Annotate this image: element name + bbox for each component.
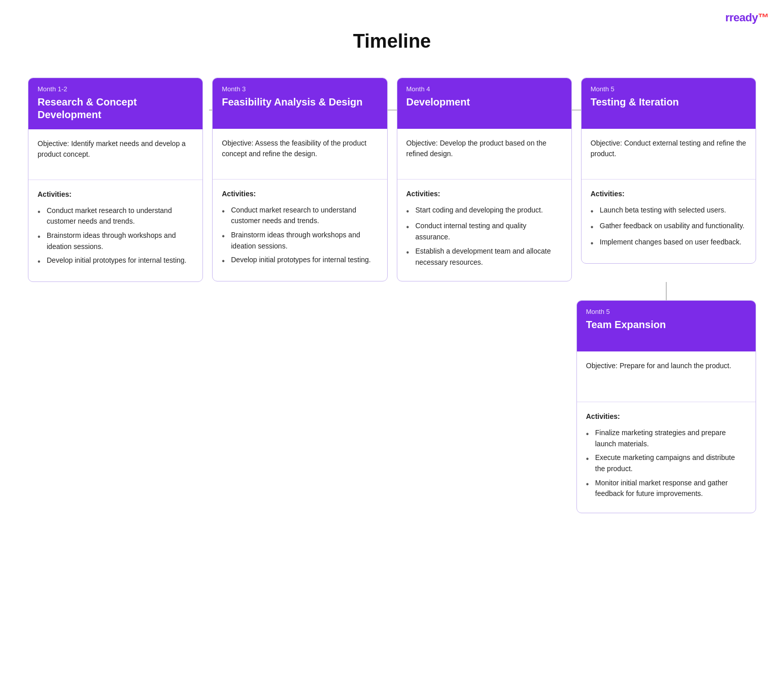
card-header-col1: Month 1-2Research & Concept Development bbox=[28, 78, 202, 129]
activities-title: Activities: bbox=[586, 411, 746, 422]
card-month: Month 1-2 bbox=[38, 85, 193, 93]
card-activities: Activities:•Launch beta testing with sel… bbox=[582, 180, 756, 263]
card-col4: Month 5Testing & IterationObjective: Con… bbox=[581, 78, 756, 264]
list-item-text: Finalize marketing strategies and prepar… bbox=[595, 428, 746, 449]
card-col3: Month 4DevelopmentObjective: Develop the… bbox=[397, 78, 572, 281]
card-header-second: Month 5Team Expansion bbox=[577, 301, 756, 351]
list-item-text: Start coding and developing the product. bbox=[416, 205, 543, 216]
activities-title: Activities: bbox=[406, 189, 562, 200]
list-item-text: Establish a development team and allocat… bbox=[416, 246, 562, 268]
card-header-col2: Month 3Feasibility Analysis & Design bbox=[213, 78, 387, 129]
bullet-icon: • bbox=[586, 478, 595, 491]
list-item-text: Conduct market research to understand cu… bbox=[47, 205, 193, 227]
bullet-icon: • bbox=[406, 205, 416, 218]
bullet-icon: • bbox=[586, 453, 595, 466]
bottom-area: Month 5Team ExpansionObjective: Prepare … bbox=[28, 282, 756, 513]
list-item: •Establish a development team and alloca… bbox=[406, 246, 562, 268]
page-title: Timeline bbox=[0, 0, 784, 78]
card-title: Development bbox=[406, 96, 562, 109]
card-col1: Month 1-2Research & Concept DevelopmentO… bbox=[28, 78, 203, 282]
card-month: Month 5 bbox=[586, 308, 746, 315]
card-title: Team Expansion bbox=[586, 318, 746, 331]
bullet-icon: • bbox=[222, 255, 231, 268]
bullet-icon: • bbox=[406, 221, 416, 234]
list-item-text: Monitor initial market response and gath… bbox=[595, 478, 746, 500]
list-item: •Execute marketing campaigns and distrib… bbox=[586, 452, 746, 474]
bullet-icon: • bbox=[38, 206, 47, 219]
card-title: Testing & Iteration bbox=[591, 96, 746, 109]
activities-list: •Conduct market research to understand c… bbox=[38, 205, 193, 269]
bullet-icon: • bbox=[586, 428, 595, 441]
bullet-icon: • bbox=[591, 221, 600, 234]
list-item: •Develop initial prototypes for internal… bbox=[222, 255, 378, 268]
list-item: •Conduct market research to understand c… bbox=[38, 205, 193, 227]
list-item-text: Conduct market research to understand cu… bbox=[231, 205, 378, 227]
bullet-icon: • bbox=[591, 205, 600, 218]
activities-list: •Start coding and developing the product… bbox=[406, 205, 562, 268]
vertical-connector bbox=[666, 282, 667, 300]
list-item-text: Launch beta testing with selected users. bbox=[600, 205, 726, 216]
card-activities: Activities:•Finalize marketing strategie… bbox=[577, 402, 756, 513]
activities-list: •Conduct market research to understand c… bbox=[222, 205, 378, 268]
list-item-text: Develop initial prototypes for internal … bbox=[47, 255, 186, 266]
bullet-icon: • bbox=[222, 230, 231, 243]
list-item: •Brainstorm ideas through workshops and … bbox=[38, 230, 193, 252]
bottom-col: Month 5Team ExpansionObjective: Prepare … bbox=[576, 282, 756, 513]
bullet-icon: • bbox=[591, 237, 600, 250]
bullet-icon: • bbox=[38, 256, 47, 268]
logo: rready™ bbox=[725, 11, 769, 24]
bullet-icon: • bbox=[222, 205, 231, 218]
list-item-text: Implement changes based on user feedback… bbox=[600, 237, 741, 248]
list-item: •Finalize marketing strategies and prepa… bbox=[586, 428, 746, 449]
list-item-text: Brainstorm ideas through workshops and i… bbox=[231, 230, 378, 252]
activities-title: Activities: bbox=[591, 189, 746, 200]
bullet-icon: • bbox=[406, 246, 416, 259]
card-header-col3: Month 4Development bbox=[397, 78, 571, 129]
card-title: Research & Concept Development bbox=[38, 96, 193, 121]
card-objective: Objective: Conduct external testing and … bbox=[582, 129, 756, 180]
top-row: Month 1-2Research & Concept DevelopmentO… bbox=[28, 78, 756, 282]
card-objective: Objective: Identify market needs and dev… bbox=[28, 129, 202, 180]
bullet-icon: • bbox=[38, 231, 47, 243]
card-objective: Objective: Develop the product based on … bbox=[397, 129, 571, 180]
activities-list: •Launch beta testing with selected users… bbox=[591, 205, 746, 250]
card-objective: Objective: Prepare for and launch the pr… bbox=[577, 351, 756, 402]
list-item-text: Develop initial prototypes for internal … bbox=[231, 255, 370, 266]
card-activities: Activities:•Start coding and developing … bbox=[397, 180, 571, 281]
list-item: •Conduct market research to understand c… bbox=[222, 205, 378, 227]
card-objective: Objective: Assess the feasibility of the… bbox=[213, 129, 387, 180]
card-activities: Activities:•Conduct market research to u… bbox=[213, 180, 387, 281]
list-item-text: Gather feedback on usability and functio… bbox=[600, 221, 744, 232]
second-card: Month 5Team ExpansionObjective: Prepare … bbox=[576, 300, 756, 513]
list-item: •Conduct internal testing and quality as… bbox=[406, 221, 562, 242]
list-item: •Start coding and developing the product… bbox=[406, 205, 562, 218]
activities-title: Activities: bbox=[222, 189, 378, 200]
list-item: •Monitor initial market response and gat… bbox=[586, 478, 746, 500]
list-item: •Gather feedback on usability and functi… bbox=[591, 221, 746, 234]
list-item-text: Brainstorm ideas through workshops and i… bbox=[47, 230, 193, 252]
bottom-spacer bbox=[28, 282, 567, 513]
card-col2: Month 3Feasibility Analysis & DesignObje… bbox=[212, 78, 387, 281]
list-item: •Develop initial prototypes for internal… bbox=[38, 255, 193, 268]
activities-title: Activities: bbox=[38, 189, 193, 200]
card-month: Month 5 bbox=[591, 85, 746, 93]
card-title: Feasibility Analysis & Design bbox=[222, 96, 378, 109]
list-item-text: Conduct internal testing and quality ass… bbox=[416, 221, 562, 242]
card-month: Month 4 bbox=[406, 85, 562, 93]
card-month: Month 3 bbox=[222, 85, 378, 93]
list-item: •Launch beta testing with selected users… bbox=[591, 205, 746, 218]
card-header-col4: Month 5Testing & Iteration bbox=[582, 78, 756, 129]
activities-list: •Finalize marketing strategies and prepa… bbox=[586, 428, 746, 500]
card-activities: Activities:•Conduct market research to u… bbox=[28, 180, 202, 281]
list-item: •Implement changes based on user feedbac… bbox=[591, 237, 746, 250]
list-item: •Brainstorm ideas through workshops and … bbox=[222, 230, 378, 252]
list-item-text: Execute marketing campaigns and distribu… bbox=[595, 452, 746, 474]
